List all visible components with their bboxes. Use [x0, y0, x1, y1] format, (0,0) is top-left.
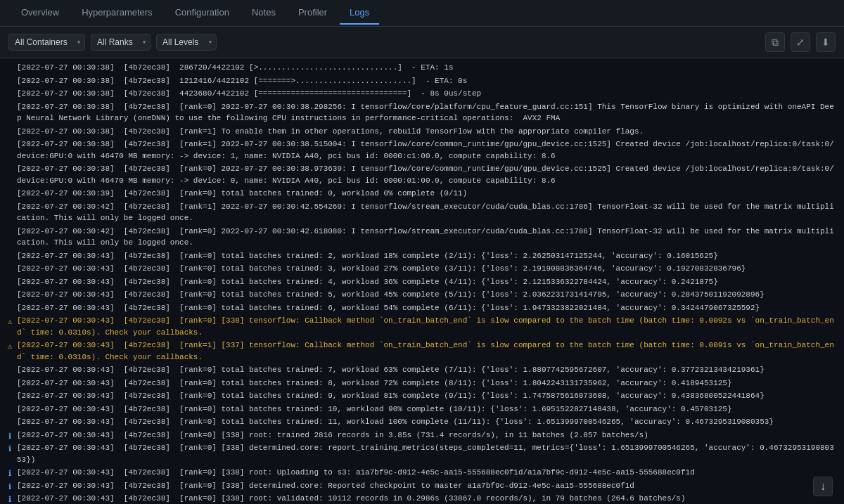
log-line: [2022-07-27 00:30:43] [4b72ec38] [rank=0… [0, 288, 844, 302]
log-text: [2022-07-27 00:30:38] [4b72ec38] [rank=0… [17, 101, 838, 124]
container-filter-wrapper: All Containers [8, 34, 85, 51]
log-text: [2022-07-27 00:30:42] [4b72ec38] [rank=0… [17, 226, 838, 249]
log-text: [2022-07-27 00:30:43] [4b72ec38] [rank=1… [17, 340, 838, 363]
log-line: ℹ[2022-07-27 00:30:43] [4b72ec38] [rank=… [0, 466, 844, 479]
log-text: [2022-07-27 00:30:39] [4b72ec38] [rank=0… [17, 188, 838, 200]
tab-hyperparameters[interactable]: Hyperparameters [72, 1, 162, 25]
level-filter-wrapper: All Levels [156, 34, 217, 51]
warning-icon: ⚠ [4, 316, 15, 328]
log-line: [2022-07-27 00:30:38] [4b72ec38] [rank=0… [0, 101, 844, 125]
filter-bar: All Containers All Ranks All Levels ⧉ ⤢ … [0, 27, 844, 58]
log-line: ℹ[2022-07-27 00:30:43] [4b72ec38] [rank=… [0, 479, 844, 493]
log-text: [2022-07-27 00:30:43] [4b72ec38] [rank=0… [17, 493, 838, 504]
log-text: [2022-07-27 00:30:38] [4b72ec38] 4423680… [17, 88, 838, 100]
level-filter[interactable]: All Levels [156, 34, 217, 51]
log-text: [2022-07-27 00:30:43] [4b72ec38] [rank=0… [17, 390, 838, 402]
log-line: [2022-07-27 00:30:43] [4b72ec38] [rank=0… [0, 389, 844, 403]
tab-logs[interactable]: Logs [340, 1, 379, 25]
log-text: [2022-07-27 00:30:43] [4b72ec38] [rank=0… [17, 403, 838, 415]
log-line: [2022-07-27 00:30:42] [4b72ec38] [rank=1… [0, 200, 844, 225]
log-text: [2022-07-27 00:30:43] [4b72ec38] [rank=0… [17, 250, 838, 262]
log-text: [2022-07-27 00:30:38] [4b72ec38] [rank=1… [17, 126, 838, 138]
log-line: [2022-07-27 00:30:43] [4b72ec38] [rank=0… [0, 377, 844, 390]
log-line: [2022-07-27 00:30:38] [4b72ec38] [rank=1… [0, 138, 844, 162]
log-line: [2022-07-27 00:30:43] [4b72ec38] [rank=0… [0, 363, 844, 377]
log-text: [2022-07-27 00:30:43] [4b72ec38] [rank=0… [17, 377, 838, 389]
info-icon: ℹ [4, 494, 15, 504]
log-text: [2022-07-27 00:30:43] [4b72ec38] [rank=0… [17, 276, 838, 288]
log-line: [2022-07-27 00:30:39] [4b72ec38] [rank=0… [0, 187, 844, 200]
log-line: [2022-07-27 00:30:42] [4b72ec38] [rank=0… [0, 225, 844, 250]
scroll-bottom-button[interactable]: ↓ [813, 477, 833, 496]
log-text: [2022-07-27 00:30:42] [4b72ec38] [rank=1… [17, 201, 838, 224]
container-filter[interactable]: All Containers [8, 34, 85, 51]
log-text: [2022-07-27 00:30:38] [4b72ec38] 286720/… [17, 62, 838, 74]
log-line: [2022-07-27 00:30:38] [4b72ec38] 1212416… [0, 75, 844, 88]
log-text: [2022-07-27 00:30:43] [4b72ec38] [rank=0… [17, 263, 838, 275]
warning-icon: ⚠ [4, 341, 15, 353]
info-icon: ℹ [4, 468, 15, 480]
log-text: [2022-07-27 00:30:43] [4b72ec38] [rank=0… [17, 364, 838, 376]
log-line: ℹ[2022-07-27 00:30:43] [4b72ec38] [rank=… [0, 429, 844, 442]
info-icon: ℹ [4, 444, 15, 455]
log-text: [2022-07-27 00:30:43] [4b72ec38] [rank=0… [17, 480, 838, 492]
log-line: [2022-07-27 00:30:38] [4b72ec38] 286720/… [0, 61, 844, 75]
log-line: [2022-07-27 00:30:38] [4b72ec38] [rank=1… [0, 125, 844, 138]
log-text: [2022-07-27 00:30:43] [4b72ec38] [rank=0… [17, 416, 838, 428]
tab-configuration[interactable]: Configuration [165, 1, 239, 25]
log-line: [2022-07-27 00:30:43] [4b72ec38] [rank=0… [0, 403, 844, 416]
log-line: ℹ[2022-07-27 00:30:43] [4b72ec38] [rank=… [0, 492, 844, 504]
log-text: [2022-07-27 00:30:43] [4b72ec38] [rank=0… [17, 302, 838, 314]
tab-notes[interactable]: Notes [242, 1, 286, 25]
info-icon: ℹ [4, 482, 15, 493]
log-line: [2022-07-27 00:30:38] [4b72ec38] [rank=0… [0, 162, 844, 187]
log-line: [2022-07-27 00:30:38] [4b72ec38] 4423680… [0, 87, 844, 101]
log-text: [2022-07-27 00:30:38] [4b72ec38] [rank=1… [17, 138, 838, 162]
log-line: [2022-07-27 00:30:43] [4b72ec38] [rank=0… [0, 302, 844, 315]
log-text: [2022-07-27 00:30:43] [4b72ec38] [rank=0… [17, 429, 838, 441]
log-text: [2022-07-27 00:30:43] [4b72ec38] [rank=0… [17, 467, 838, 479]
log-text: [2022-07-27 00:30:43] [4b72ec38] [rank=0… [17, 289, 838, 301]
copy-button[interactable]: ⧉ [765, 32, 785, 52]
log-line: [2022-07-27 00:30:43] [4b72ec38] [rank=0… [0, 276, 844, 289]
log-text: [2022-07-27 00:30:38] [4b72ec38] 1212416… [17, 75, 838, 87]
info-icon: ℹ [4, 431, 15, 443]
log-line: ℹ[2022-07-27 00:30:43] [4b72ec38] [rank=… [0, 441, 844, 466]
log-line: ⚠[2022-07-27 00:30:43] [4b72ec38] [rank=… [0, 314, 844, 339]
log-text: [2022-07-27 00:30:43] [4b72ec38] [rank=0… [17, 315, 838, 338]
download-button[interactable]: ⬇ [816, 32, 836, 52]
log-line: [2022-07-27 00:30:43] [4b72ec38] [rank=0… [0, 415, 844, 429]
rank-filter-wrapper: All Ranks [91, 34, 151, 51]
log-line: [2022-07-27 00:30:43] [4b72ec38] [rank=0… [0, 262, 844, 276]
log-text: [2022-07-27 00:30:38] [4b72ec38] [rank=0… [17, 163, 838, 186]
log-container[interactable]: [2022-07-27 00:30:38] [4b72ec38] 286720/… [0, 58, 844, 504]
log-text: [2022-07-27 00:30:43] [4b72ec38] [rank=0… [17, 442, 838, 465]
rank-filter[interactable]: All Ranks [91, 34, 151, 51]
log-line: [2022-07-27 00:30:43] [4b72ec38] [rank=0… [0, 250, 844, 263]
tab-overview[interactable]: Overview [11, 1, 69, 25]
tab-profiler[interactable]: Profiler [288, 1, 337, 25]
log-line: ⚠[2022-07-27 00:30:43] [4b72ec38] [rank=… [0, 339, 844, 363]
expand-button[interactable]: ⤢ [791, 32, 810, 52]
log-lines: [2022-07-27 00:30:38] [4b72ec38] 286720/… [0, 61, 844, 504]
top-navigation: Overview Hyperparameters Configuration N… [0, 0, 844, 27]
